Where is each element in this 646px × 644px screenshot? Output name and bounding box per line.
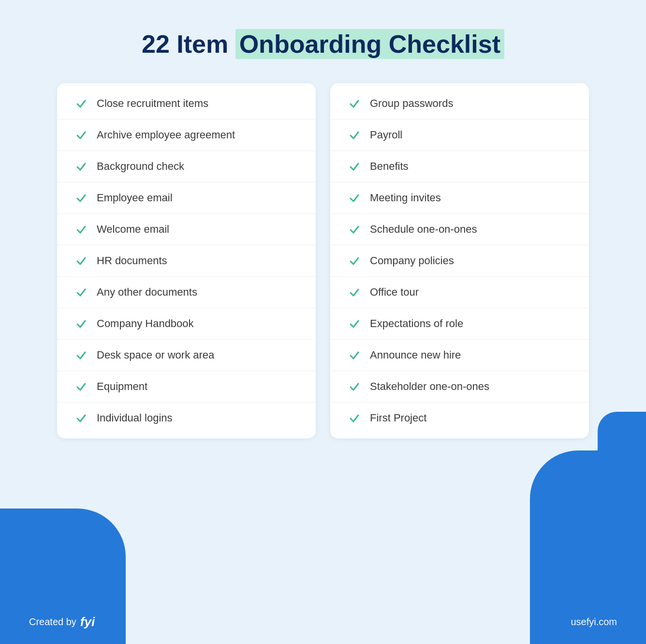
check-icon [74, 223, 88, 236]
item-text: Close recruitment items [97, 97, 208, 110]
list-item: Meeting invites [330, 182, 589, 214]
item-text: HR documents [97, 255, 167, 267]
list-item: Announce new hire [330, 340, 589, 371]
list-item: Company policies [330, 245, 589, 277]
list-item: Welcome email [57, 214, 316, 245]
title-plain: 22 Item [142, 30, 235, 58]
item-text: Meeting invites [370, 192, 441, 204]
item-text: Archive employee agreement [97, 129, 235, 141]
fyi-logo: fyi [80, 614, 95, 629]
item-text: Company Handbook [97, 317, 194, 330]
page-wrapper: 22 Item Onboarding Checklist Close recru… [57, 0, 589, 438]
footer: Created by fyi usefyi.com [0, 600, 646, 644]
list-item: Individual logins [57, 403, 316, 434]
list-item: HR documents [57, 245, 316, 277]
check-icon [74, 317, 88, 330]
item-text: Welcome email [97, 223, 169, 236]
footer-left: Created by fyi [29, 614, 95, 629]
item-text: Stakeholder one-on-ones [370, 380, 489, 393]
item-text: Company policies [370, 255, 454, 267]
check-icon [348, 160, 361, 173]
item-text: Payroll [370, 129, 402, 141]
item-text: Desk space or work area [97, 349, 214, 361]
check-icon [348, 223, 361, 236]
deco-mid-right [598, 412, 646, 479]
right-column: Group passwords Payroll Benefits Meeting… [330, 83, 589, 438]
list-item: Equipment [57, 371, 316, 403]
left-column: Close recruitment items Archive employee… [57, 83, 316, 438]
check-icon [348, 348, 361, 362]
created-by-label: Created by [29, 616, 76, 628]
item-text: Announce new hire [370, 349, 461, 361]
check-icon [348, 285, 361, 299]
item-text: Equipment [97, 380, 147, 393]
footer-url: usefyi.com [571, 616, 617, 628]
check-icon [74, 348, 88, 362]
list-item: Stakeholder one-on-ones [330, 371, 589, 403]
checklist-columns: Close recruitment items Archive employee… [57, 83, 589, 438]
item-text: Any other documents [97, 286, 197, 299]
list-item: Close recruitment items [57, 88, 316, 120]
list-item: Office tour [330, 277, 589, 308]
item-text: Background check [97, 160, 184, 173]
check-icon [348, 128, 361, 142]
item-text: Employee email [97, 192, 173, 204]
list-item: Employee email [57, 182, 316, 214]
title-highlight: Onboarding Checklist [235, 29, 504, 59]
check-icon [348, 254, 361, 268]
item-text: Individual logins [97, 412, 173, 424]
check-icon [74, 191, 88, 205]
check-icon [74, 128, 88, 142]
check-icon [74, 380, 88, 393]
check-icon [74, 285, 88, 299]
list-item: Benefits [330, 151, 589, 182]
list-item: Any other documents [57, 277, 316, 308]
item-text: Group passwords [370, 97, 453, 110]
check-icon [74, 97, 88, 110]
check-icon [348, 317, 361, 330]
item-text: Schedule one-on-ones [370, 223, 477, 236]
list-item: First Project [330, 403, 589, 434]
item-text: Office tour [370, 286, 419, 299]
list-item: Payroll [330, 120, 589, 151]
page-title: 22 Item Onboarding Checklist [142, 29, 504, 59]
list-item: Group passwords [330, 88, 589, 120]
item-text: Expectations of role [370, 317, 463, 330]
list-item: Archive employee agreement [57, 120, 316, 151]
check-icon [348, 191, 361, 205]
list-item: Schedule one-on-ones [330, 214, 589, 245]
check-icon [348, 411, 361, 425]
header: 22 Item Onboarding Checklist [142, 29, 504, 59]
check-icon [74, 160, 88, 173]
check-icon [348, 380, 361, 393]
check-icon [348, 97, 361, 110]
list-item: Company Handbook [57, 308, 316, 340]
item-text: First Project [370, 412, 426, 424]
check-icon [74, 411, 88, 425]
check-icon [74, 254, 88, 268]
item-text: Benefits [370, 160, 409, 173]
list-item: Expectations of role [330, 308, 589, 340]
list-item: Background check [57, 151, 316, 182]
list-item: Desk space or work area [57, 340, 316, 371]
